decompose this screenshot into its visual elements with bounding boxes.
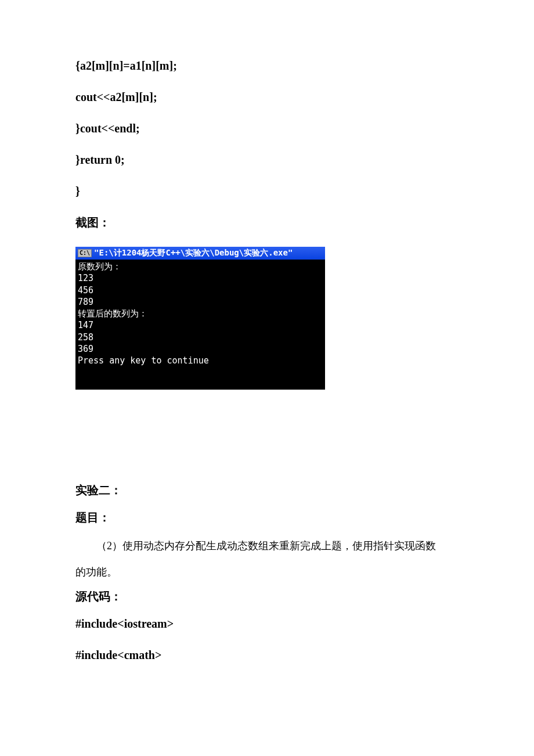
question-description: （2）使用动态内存分配生成动态数组来重新完成上题，使用指针实现函数 bbox=[75, 537, 459, 555]
code-line: #include<iostream> bbox=[75, 616, 459, 631]
experiment-title: 实验二： bbox=[75, 483, 459, 498]
code-line: }return 0; bbox=[75, 152, 459, 167]
source-code-label: 源代码： bbox=[75, 589, 459, 604]
spacer bbox=[75, 390, 459, 483]
document-page: {a2[m][n]=a1[n][m]; cout<<a2[m][n]; }cou… bbox=[0, 0, 534, 737]
code-line: }cout<<endl; bbox=[75, 121, 459, 136]
terminal-output: 原数列为： 123 456 789 转置后的数列为： 147 258 369 P… bbox=[75, 260, 325, 390]
code-line: } bbox=[75, 183, 459, 199]
screenshot-label: 截图： bbox=[75, 215, 459, 231]
cmd-icon: C:\ bbox=[78, 249, 92, 257]
question-label: 题目： bbox=[75, 510, 459, 525]
terminal-titlebar: C:\ "E:\计1204杨天野C++\实验六\Debug\实验六.exe" bbox=[75, 247, 325, 260]
terminal-window: C:\ "E:\计1204杨天野C++\实验六\Debug\实验六.exe" 原… bbox=[75, 247, 325, 390]
code-line: {a2[m][n]=a1[n][m]; bbox=[75, 58, 459, 73]
code-line: cout<<a2[m][n]; bbox=[75, 89, 459, 105]
terminal-title: "E:\计1204杨天野C++\实验六\Debug\实验六.exe" bbox=[94, 248, 293, 258]
question-description: 的功能。 bbox=[75, 563, 459, 581]
code-line: #include<cmath> bbox=[75, 647, 459, 663]
